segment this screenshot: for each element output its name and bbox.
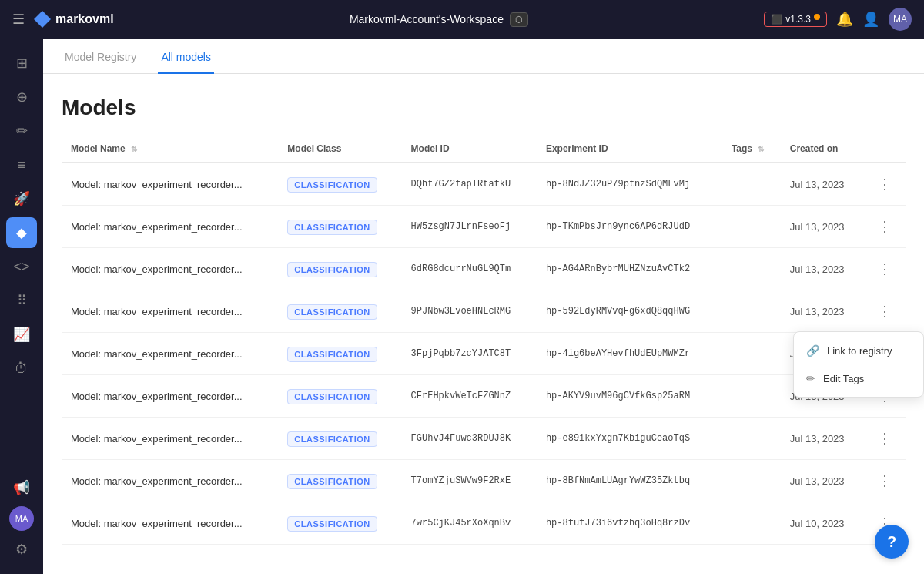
tab-all-models[interactable]: All models xyxy=(158,39,214,74)
cell-model-name: Model: markov_experiment_recorder... xyxy=(62,460,278,502)
sidebar-item-settings[interactable]: ⚙ xyxy=(6,534,37,565)
cell-experiment-id: hp-e89ikxYxgn7KbiguCeaoTqS xyxy=(537,418,722,460)
cell-model-id: FGUhvJ4Fuwc3RDUJ8K xyxy=(402,418,537,460)
cell-model-id: 7wr5CjKJ45rXoXqnBv xyxy=(402,502,537,545)
context-menu-link-to-registry[interactable]: 🔗 Link to registry xyxy=(794,337,923,364)
table-row: Model: markov_experiment_recorder... CLA… xyxy=(62,333,906,375)
row-actions-button[interactable]: ⋮ xyxy=(873,259,896,279)
export-icon[interactable]: ⬡ xyxy=(510,12,528,27)
sidebar-item-code[interactable]: <> xyxy=(6,251,37,282)
sort-icon-name[interactable]: ⇅ xyxy=(131,145,137,153)
cell-experiment-id: hp-AKYV9uvM96gCVfkGsp25aRM xyxy=(537,375,722,418)
cell-experiment-id: hp-8fufJ73i6vfzhq3oHq8rzDv xyxy=(537,502,722,545)
cell-model-id: CFrEHpkvWeTcFZGNnZ xyxy=(402,375,537,418)
cell-created-on: Jul 13, 2023 xyxy=(781,248,864,290)
link-icon: 🔗 xyxy=(806,344,819,357)
table-row: Model: markov_experiment_recorder... CLA… xyxy=(62,248,906,290)
cell-model-class: CLASSIFICATION xyxy=(278,502,401,545)
table-row: Model: markov_experiment_recorder... CLA… xyxy=(62,502,906,545)
cell-model-name: Model: markov_experiment_recorder... xyxy=(62,418,278,460)
col-model-id: Model ID xyxy=(402,136,537,163)
cell-experiment-id: hp-TKmPbsJrn9ync6AP6dRJUdD xyxy=(537,206,722,248)
cell-model-class: CLASSIFICATION xyxy=(278,375,401,418)
actions-cell: ⋮ xyxy=(864,248,906,290)
page-title: Models xyxy=(43,74,924,136)
row-actions-button[interactable]: ⋮ xyxy=(873,174,896,194)
col-experiment-id: Experiment ID xyxy=(537,136,722,163)
table-row: Model: markov_experiment_recorder... CLA… xyxy=(62,418,906,460)
col-model-name: Model Name ⇅ xyxy=(62,136,278,163)
cell-tags xyxy=(722,375,781,418)
col-actions xyxy=(864,136,906,163)
logo: markovml xyxy=(34,11,114,28)
cell-experiment-id: hp-8NdJZ32uP79ptnzSdQMLvMj xyxy=(537,163,722,206)
cell-model-id: 3FpjPqbb7zcYJATC8T xyxy=(402,333,537,375)
cell-model-class: CLASSIFICATION xyxy=(278,333,401,375)
row-actions-button[interactable]: ⋮ xyxy=(873,428,896,448)
sidebar-item-history[interactable]: ⏱ xyxy=(6,353,37,384)
row-actions-button[interactable]: ⋮ xyxy=(873,217,896,237)
cell-model-name: Model: markov_experiment_recorder... xyxy=(62,502,278,545)
cell-model-class: CLASSIFICATION xyxy=(278,206,401,248)
sort-icon-tags[interactable]: ⇅ xyxy=(758,145,764,153)
cell-tags xyxy=(722,333,781,375)
version-badge[interactable]: ⬛ v1.3.3 xyxy=(764,12,827,27)
main-content: Model Registry All models Models Model N… xyxy=(43,39,924,574)
sidebar-item-rocket[interactable]: 🚀 xyxy=(6,183,37,214)
context-menu-edit-tags[interactable]: ✏ Edit Tags xyxy=(794,364,923,392)
logo-diamond-icon xyxy=(34,11,51,28)
col-tags: Tags ⇅ xyxy=(722,136,781,163)
cell-model-id: 6dRG8dcurrNuGL9QTm xyxy=(402,248,537,290)
user-icon[interactable]: 👤 xyxy=(862,11,879,28)
table-header-row: Model Name ⇅ Model Class Model ID Experi… xyxy=(62,136,906,163)
sidebar-avatar[interactable]: MA xyxy=(9,506,34,531)
sidebar-item-dashboard[interactable]: ⊞ xyxy=(6,48,37,79)
menu-icon[interactable]: ☰ xyxy=(12,11,25,28)
cell-model-class: CLASSIFICATION xyxy=(278,163,401,206)
workspace-label: Markovml-Account's-Workspace xyxy=(350,13,504,25)
cell-created-on: Jul 13, 2023 xyxy=(781,206,864,248)
topbar: ☰ markovml Markovml-Account's-Workspace … xyxy=(0,0,924,39)
cell-model-name: Model: markov_experiment_recorder... xyxy=(62,290,278,333)
cell-model-name: Model: markov_experiment_recorder... xyxy=(62,375,278,418)
row-actions-button[interactable]: ⋮ xyxy=(873,471,896,491)
cell-created-on: Jul 13, 2023 xyxy=(781,460,864,502)
col-created-on: Created on xyxy=(781,136,864,163)
edit-tags-label: Edit Tags xyxy=(823,373,864,384)
cell-tags xyxy=(722,418,781,460)
cell-model-class: CLASSIFICATION xyxy=(278,290,401,333)
cell-model-id: HW5zsgN7JLrnFseoFj xyxy=(402,206,537,248)
sidebar-item-chart[interactable]: 📈 xyxy=(6,319,37,350)
cell-experiment-id: hp-AG4ARnBybrMUHZNzuAvCTk2 xyxy=(537,248,722,290)
version-label: v1.3.3 xyxy=(785,14,811,25)
cell-tags xyxy=(722,502,781,545)
actions-cell: ⋮ xyxy=(864,460,906,502)
sidebar-item-grid[interactable]: ⠿ xyxy=(6,285,37,316)
cell-created-on: Jul 13, 2023 xyxy=(781,290,864,333)
context-menu: 🔗 Link to registry ✏ Edit Tags xyxy=(793,331,924,398)
sidebar-item-megaphone[interactable]: 📢 xyxy=(6,472,37,503)
sidebar-item-analytics[interactable]: ✏ xyxy=(6,116,37,146)
cell-tags xyxy=(722,206,781,248)
cell-model-id: 9PJNbw3EvoeHNLcRMG xyxy=(402,290,537,333)
tab-model-registry[interactable]: Model Registry xyxy=(62,39,139,74)
bell-icon[interactable]: 🔔 xyxy=(836,11,853,28)
cell-tags xyxy=(722,163,781,206)
sidebar-item-list[interactable]: ≡ xyxy=(6,149,37,180)
cell-model-class: CLASSIFICATION xyxy=(278,248,401,290)
avatar[interactable]: MA xyxy=(889,8,912,31)
cell-tags xyxy=(722,460,781,502)
cell-experiment-id: hp-592LdyRMVvqFg6xdQ8qqHWG xyxy=(537,290,722,333)
table-row: Model: markov_experiment_recorder... CLA… xyxy=(62,206,906,248)
sidebar: ⊞ ⊕ ✏ ≡ 🚀 ◆ <> ⠿ 📈 ⏱ 📢 MA ⚙ xyxy=(0,39,43,574)
table-row: Model: markov_experiment_recorder... CLA… xyxy=(62,375,906,418)
cell-experiment-id: hp-4ig6beAYHevfhUdEUpMWMZr xyxy=(537,333,722,375)
help-button[interactable]: ? xyxy=(875,525,909,559)
sidebar-item-add[interactable]: ⊕ xyxy=(6,82,37,112)
sidebar-item-models[interactable]: ◆ xyxy=(6,217,37,248)
row-actions-button[interactable]: ⋮ xyxy=(873,301,896,321)
edit-icon: ✏ xyxy=(806,372,815,384)
table-row: Model: markov_experiment_recorder... CLA… xyxy=(62,460,906,502)
cell-model-name: Model: markov_experiment_recorder... xyxy=(62,333,278,375)
cell-tags xyxy=(722,248,781,290)
